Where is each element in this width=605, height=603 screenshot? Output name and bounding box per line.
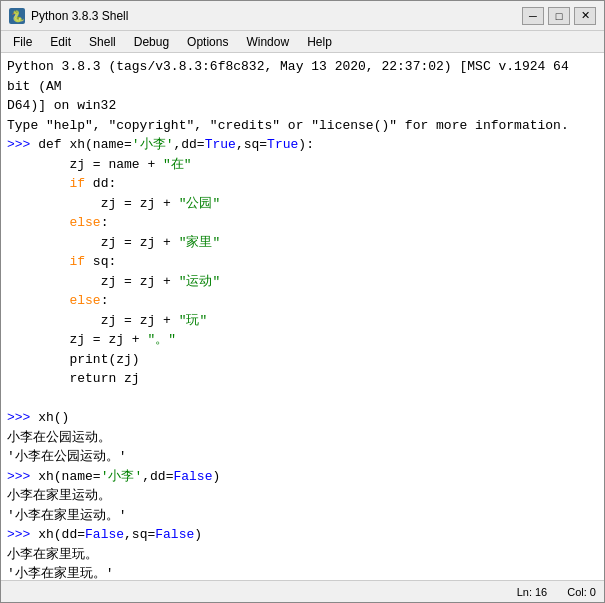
- close-button[interactable]: ✕: [574, 7, 596, 25]
- svg-text:🐍: 🐍: [11, 9, 25, 23]
- menu-window[interactable]: Window: [238, 33, 297, 51]
- menu-debug[interactable]: Debug: [126, 33, 177, 51]
- main-window: 🐍 Python 3.8.3 Shell ─ □ ✕ File Edit She…: [0, 0, 605, 603]
- shell-content[interactable]: Python 3.8.3 (tags/v3.8.3:6f8c832, May 1…: [1, 53, 604, 580]
- shell-output: Python 3.8.3 (tags/v3.8.3:6f8c832, May 1…: [7, 57, 598, 580]
- window-title: Python 3.8.3 Shell: [31, 9, 128, 23]
- col-number: Col: 0: [567, 586, 596, 598]
- menu-shell[interactable]: Shell: [81, 33, 124, 51]
- menu-edit[interactable]: Edit: [42, 33, 79, 51]
- status-bar: Ln: 16 Col: 0: [1, 580, 604, 602]
- title-buttons: ─ □ ✕: [522, 7, 596, 25]
- menu-help[interactable]: Help: [299, 33, 340, 51]
- title-bar-left: 🐍 Python 3.8.3 Shell: [9, 8, 128, 24]
- title-bar: 🐍 Python 3.8.3 Shell ─ □ ✕: [1, 1, 604, 31]
- minimize-button[interactable]: ─: [522, 7, 544, 25]
- line-number: Ln: 16: [517, 586, 548, 598]
- menu-file[interactable]: File: [5, 33, 40, 51]
- python-icon: 🐍: [9, 8, 25, 24]
- maximize-button[interactable]: □: [548, 7, 570, 25]
- menu-bar: File Edit Shell Debug Options Window Hel…: [1, 31, 604, 53]
- menu-options[interactable]: Options: [179, 33, 236, 51]
